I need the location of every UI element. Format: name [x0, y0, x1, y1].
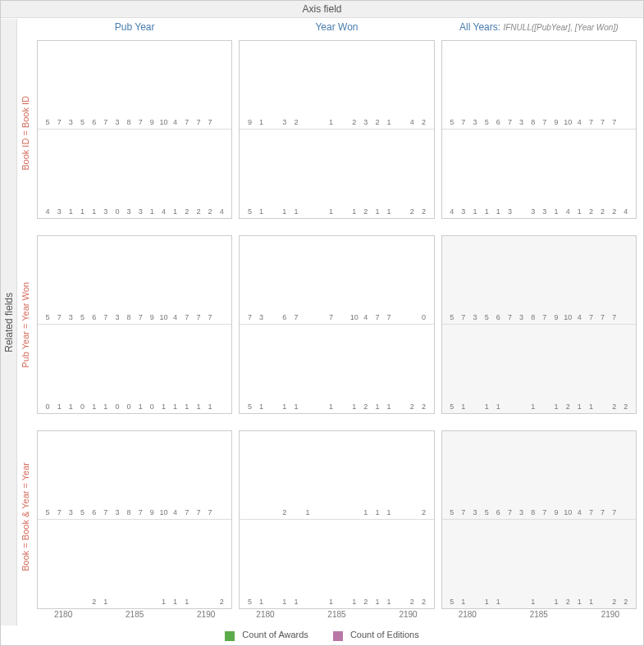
- bar-value-label: 6: [92, 118, 96, 126]
- bar-value-label: 7: [375, 313, 379, 321]
- bar: 1: [158, 598, 168, 607]
- bar-group: 431113331412224: [447, 133, 631, 216]
- bar: 7: [101, 118, 111, 127]
- row-headers: Book ID = Book ID Pub Year = Year Won Bo…: [17, 37, 34, 612]
- bar-value-label: 5: [248, 207, 252, 216]
- bar-value-label: 5: [46, 313, 50, 321]
- bar: 1: [291, 207, 301, 216]
- bar: 7: [505, 118, 514, 127]
- bar: 7: [459, 313, 468, 322]
- bar: 7: [372, 313, 382, 322]
- bar: 1: [551, 598, 561, 607]
- bar: 7: [205, 118, 215, 127]
- bar-value-label: 2: [352, 118, 356, 126]
- bar: 2: [194, 207, 203, 216]
- bar: 1: [372, 207, 382, 216]
- bar-value-label: 1: [375, 207, 379, 216]
- bar: 8: [124, 313, 134, 322]
- bar-value-label: 1: [294, 207, 298, 216]
- bar: 8: [528, 508, 538, 517]
- bar: 1: [349, 207, 359, 216]
- chart-cell: 573567387910477751111121122218021852190: [441, 430, 637, 609]
- swatch-awards: [225, 631, 235, 641]
- bar-value-label: 7: [612, 118, 616, 126]
- bar-value-label: 7: [612, 313, 616, 321]
- bar: 1: [372, 508, 382, 517]
- bar-value-label: 2: [422, 598, 426, 606]
- bar: 5: [482, 508, 491, 517]
- bar: 5: [77, 118, 87, 127]
- bar: 3: [66, 313, 75, 322]
- bar: 5: [447, 118, 457, 127]
- bar: 1: [89, 207, 99, 216]
- bar: 5: [43, 508, 53, 517]
- bar: 2: [610, 403, 619, 412]
- bar-value-label: 1: [531, 598, 535, 606]
- column-headers: Pub Year Year Won All Years: IFNULL([Pub…: [34, 19, 640, 37]
- bar: 1: [171, 598, 180, 607]
- editions-subchart: 5735673879104777: [442, 41, 636, 130]
- col-label: Pub Year: [115, 21, 155, 33]
- bar-value-label: 1: [589, 598, 593, 606]
- bar: 2: [205, 207, 215, 216]
- bar: 7: [597, 118, 607, 127]
- bar: 1: [459, 598, 468, 607]
- bar: 2: [418, 508, 428, 517]
- bar-value-label: 4: [173, 313, 177, 321]
- bar: 3: [66, 118, 75, 127]
- bar: 4: [43, 207, 53, 216]
- bar: 3: [280, 118, 290, 127]
- bar: 1: [493, 403, 503, 412]
- bar: 1: [256, 207, 266, 216]
- awards-subchart: 4311130331412224: [38, 130, 231, 218]
- bar-value-label: 3: [115, 313, 119, 321]
- top-axis-label: Axis field: [302, 3, 341, 15]
- bar-value-label: 1: [554, 403, 558, 411]
- bar-value-label: 4: [578, 508, 582, 516]
- bar-group: 5735673879104777: [43, 434, 226, 517]
- editions-subchart: 73677104770: [240, 236, 433, 325]
- bar-value-label: 0: [422, 313, 426, 321]
- chart-grid: 5735673879104777431113033141222491321232…: [34, 37, 640, 612]
- bar: 2: [586, 207, 596, 216]
- bar-value-label: 7: [329, 313, 333, 321]
- awards-subchart: 51111121122: [240, 325, 433, 413]
- bar-value-label: 1: [294, 598, 298, 606]
- bar: 7: [586, 508, 596, 517]
- bar: 1: [551, 207, 561, 216]
- bar: 2: [418, 118, 428, 127]
- bar: 1: [586, 598, 596, 607]
- bar: 1: [66, 403, 75, 412]
- chart-cell: 57356738791047774311130331412224: [37, 40, 232, 219]
- bar-value-label: 7: [589, 118, 593, 126]
- bar-value-label: 3: [461, 207, 465, 216]
- bar-value-label: 3: [531, 207, 535, 216]
- bar-value-label: 3: [282, 118, 286, 126]
- bar-value-label: 5: [450, 313, 454, 321]
- bar: 1: [493, 207, 503, 216]
- bar: 3: [135, 207, 145, 216]
- bar-value-label: 4: [220, 207, 224, 216]
- bar: 7: [540, 313, 550, 322]
- awards-subchart: 51111121122: [240, 520, 433, 608]
- left-axis-title: Related fields: [1, 19, 17, 626]
- bar: 10: [158, 118, 168, 127]
- bar-value-label: 7: [139, 313, 143, 321]
- bar-value-label: 7: [208, 508, 212, 516]
- bar-value-label: 7: [208, 118, 212, 126]
- legend: Count of Awards Count of Editions: [1, 627, 643, 644]
- bar-value-label: 0: [115, 403, 119, 411]
- chart-cell: 5735673879104777211112218021852190: [37, 430, 232, 609]
- bar-value-label: 7: [139, 508, 143, 516]
- bar-value-label: 0: [80, 403, 84, 411]
- bar: 1: [326, 118, 336, 127]
- bar-value-label: 10: [564, 118, 572, 126]
- bar-value-label: 7: [196, 508, 200, 516]
- bar-value-label: 1: [329, 207, 333, 216]
- bar-value-label: 5: [46, 508, 50, 516]
- bar-value-label: 1: [92, 403, 96, 411]
- bar: 1: [171, 207, 180, 216]
- bar: 0: [43, 403, 53, 412]
- bar: 1: [280, 403, 290, 412]
- bar-value-label: 1: [162, 403, 166, 411]
